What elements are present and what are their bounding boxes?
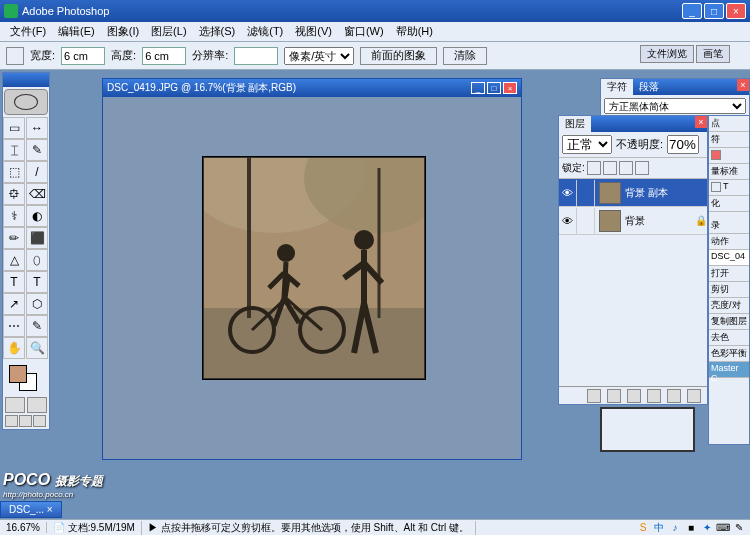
screen-standard[interactable] [5, 415, 18, 427]
dock-tab[interactable]: 化 [709, 196, 749, 212]
toolbox-header[interactable] [3, 73, 49, 87]
doc-minimize-button[interactable]: _ [471, 82, 485, 94]
shape-tool[interactable]: ⬡ [26, 293, 48, 315]
color-swatch[interactable] [5, 363, 47, 393]
opacity-input[interactable] [667, 135, 699, 154]
dodge-tool[interactable]: ⬯ [26, 249, 48, 271]
history-item[interactable]: 剪切 [709, 282, 749, 298]
menu-image[interactable]: 图象(I) [101, 24, 145, 39]
zoom-tool[interactable]: 🔍 [26, 337, 48, 359]
tray-ime-icon[interactable]: 中 [652, 522, 666, 534]
gradient-tool[interactable]: ⬛ [26, 227, 48, 249]
doc-close-button[interactable]: × [503, 82, 517, 94]
move-tool[interactable]: ↔ [26, 117, 48, 139]
layer-row[interactable]: 👁 背景 🔒 [559, 207, 707, 235]
link-icon[interactable] [577, 208, 595, 234]
unit-select[interactable]: 像素/英寸 [284, 47, 354, 65]
menu-help[interactable]: 帮助(H) [390, 24, 439, 39]
char-panel-close-icon[interactable]: × [737, 79, 749, 91]
foreground-color[interactable] [9, 365, 27, 383]
layer-mask-icon[interactable] [607, 389, 621, 403]
layer-row[interactable]: 👁 背景 副本 [559, 179, 707, 207]
tab-paragraph[interactable]: 段落 [633, 79, 665, 95]
screen-full[interactable] [33, 415, 46, 427]
path-tool[interactable]: T [3, 271, 25, 293]
minimize-button[interactable]: _ [682, 3, 702, 19]
dock-tab[interactable]: 符 [709, 132, 749, 148]
marquee-tool[interactable]: ▭ [3, 117, 25, 139]
menu-select[interactable]: 选择(S) [193, 24, 242, 39]
tray-icon[interactable]: ✦ [700, 522, 714, 534]
lock-pixels-icon[interactable] [603, 161, 617, 175]
menu-filter[interactable]: 滤镜(T) [241, 24, 289, 39]
navigator-panel[interactable] [600, 407, 695, 452]
dock-swatch[interactable] [709, 148, 749, 164]
doc-maximize-button[interactable]: □ [487, 82, 501, 94]
visibility-icon[interactable]: 👁 [559, 180, 577, 206]
file-browser-tab[interactable]: 文件浏览 [640, 45, 694, 63]
layer-thumbnail[interactable] [599, 210, 621, 232]
history-tab[interactable]: 录 [709, 218, 749, 234]
brush-tool[interactable]: ⌫ [26, 183, 48, 205]
eraser-tool[interactable]: ✏ [3, 227, 25, 249]
tray-icon[interactable]: S [636, 522, 650, 534]
eyedropper-tool[interactable]: ✎ [26, 315, 48, 337]
width-input[interactable] [61, 47, 105, 65]
tray-icon[interactable]: ✎ [732, 522, 746, 534]
lock-all-icon[interactable] [635, 161, 649, 175]
hand-tool[interactable]: ✋ [3, 337, 25, 359]
tab-character[interactable]: 字符 [601, 79, 633, 95]
clear-button[interactable]: 清除 [443, 47, 487, 65]
lock-position-icon[interactable] [619, 161, 633, 175]
history-doc[interactable]: DSC_04 [709, 250, 749, 266]
visibility-icon[interactable]: 👁 [559, 208, 577, 234]
layer-name[interactable]: 背景 [625, 214, 695, 228]
crop-tool-icon[interactable] [6, 47, 24, 65]
zoom-level[interactable]: 16.67% [0, 522, 47, 533]
standard-mode-button[interactable] [5, 397, 25, 413]
dock-tab[interactable]: T [709, 180, 749, 196]
doc-size[interactable]: 📄 文档:9.5M/19M [47, 521, 142, 535]
maximize-button[interactable]: □ [704, 3, 724, 19]
canvas-image[interactable] [203, 157, 425, 379]
menu-layer[interactable]: 图层(L) [145, 24, 192, 39]
tray-icon[interactable]: ♪ [668, 522, 682, 534]
blur-tool[interactable]: △ [3, 249, 25, 271]
history-item[interactable]: 复制图层 [709, 314, 749, 330]
front-image-button[interactable]: 前面的图象 [360, 47, 437, 65]
new-set-icon[interactable] [627, 389, 641, 403]
history-brush-tool[interactable]: ◐ [26, 205, 48, 227]
stamp-tool[interactable]: ⚕ [3, 205, 25, 227]
actions-tab[interactable]: 动作 [709, 234, 749, 250]
screen-menubar[interactable] [19, 415, 32, 427]
font-select[interactable]: 方正黑体简体 [604, 98, 746, 114]
heal-tool[interactable]: ⯐ [3, 183, 25, 205]
link-icon[interactable] [577, 180, 595, 206]
brushes-tab[interactable]: 画笔 [696, 45, 730, 63]
menu-window[interactable]: 窗口(W) [338, 24, 390, 39]
slice-tool[interactable]: / [26, 161, 48, 183]
history-item[interactable]: 打开 [709, 266, 749, 282]
resolution-input[interactable] [234, 47, 278, 65]
history-item[interactable]: 去色 [709, 330, 749, 346]
close-button[interactable]: × [726, 3, 746, 19]
history-item-current[interactable]: Master C [709, 362, 749, 378]
dock-swatch-label[interactable]: 量标准 [709, 164, 749, 180]
layer-style-icon[interactable] [587, 389, 601, 403]
quickmask-mode-button[interactable] [27, 397, 47, 413]
dock-tab[interactable]: 点 [709, 116, 749, 132]
adjustment-layer-icon[interactable] [647, 389, 661, 403]
history-item[interactable]: 色彩平衡 [709, 346, 749, 362]
menu-file[interactable]: 文件(F) [4, 24, 52, 39]
layer-thumbnail[interactable] [599, 182, 621, 204]
pen-tool[interactable]: ↗ [3, 293, 25, 315]
tray-icon[interactable]: ■ [684, 522, 698, 534]
new-layer-icon[interactable] [667, 389, 681, 403]
menu-edit[interactable]: 编辑(E) [52, 24, 101, 39]
tray-icon[interactable]: ⌨ [716, 522, 730, 534]
menu-view[interactable]: 视图(V) [289, 24, 338, 39]
tab-layers[interactable]: 图层 [559, 116, 591, 132]
type-tool[interactable]: T [26, 271, 48, 293]
wand-tool[interactable]: ✎ [26, 139, 48, 161]
delete-layer-icon[interactable] [687, 389, 701, 403]
